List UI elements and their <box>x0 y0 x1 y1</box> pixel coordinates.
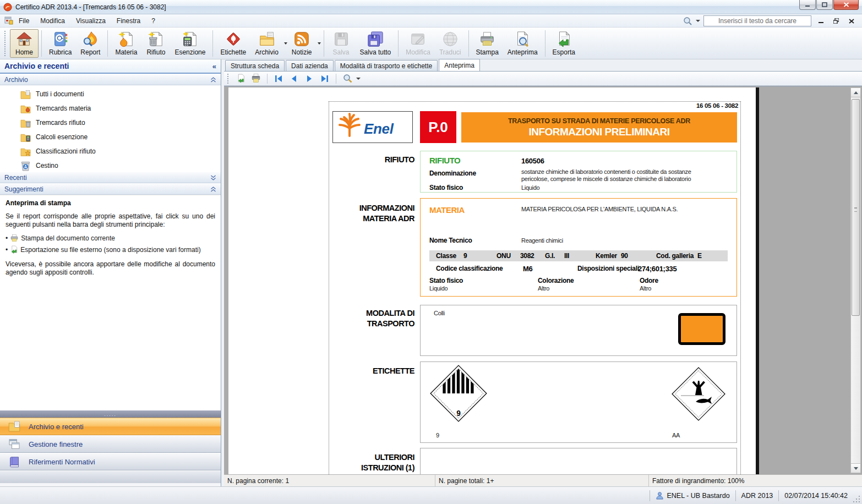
anteprima-button[interactable]: Anteprima <box>503 29 542 58</box>
home-button[interactable]: Home <box>10 29 39 58</box>
first-page-button[interactable] <box>272 73 285 85</box>
preview-toolbar-grip[interactable] <box>227 74 230 84</box>
materia-button[interactable]: Materia <box>111 29 141 58</box>
sidebar-item-tremcards-materia[interactable]: Tremcards materia <box>0 101 221 116</box>
section-recenti[interactable]: Recenti <box>0 172 221 183</box>
menu-file[interactable]: File <box>13 15 35 26</box>
menu-visualizza[interactable]: Visualizza <box>70 15 111 26</box>
sidebar-item-cestino[interactable]: Cestino <box>0 158 221 173</box>
sidebar-item-tremcards-rifiuto[interactable]: Tremcards rifiuto <box>0 116 221 130</box>
galleria-value: E <box>697 252 702 260</box>
tips-title: Anteprima di stampa <box>6 199 215 207</box>
tab-anteprima[interactable]: Anteprima <box>439 59 480 71</box>
notizie-button[interactable]: Notizie <box>287 29 317 58</box>
save-all-icon <box>367 31 384 47</box>
toolbar-grip[interactable] <box>4 31 7 56</box>
tip-export-text: Esportazione su file esterno (sono a dis… <box>20 246 201 254</box>
label-caption-1: 9 <box>436 432 439 439</box>
preview-status-bar: N. pagina corrente: 1 N. pagine totali: … <box>224 474 862 486</box>
main-toolbar: Home Rubrica Report Materia Rifiuto Esen… <box>0 28 862 59</box>
section-archivio[interactable]: Archivio <box>0 74 221 85</box>
chevron-double-up-icon[interactable] <box>210 77 216 83</box>
search-icon[interactable] <box>683 17 692 25</box>
print-icon <box>479 31 495 47</box>
rubrica-button[interactable]: Rubrica <box>45 29 76 58</box>
preview-toolbar-separator <box>267 74 268 84</box>
folder-star-icon <box>20 146 31 157</box>
scroll-up-button[interactable] <box>851 88 860 97</box>
maximize-button[interactable] <box>816 0 833 10</box>
nav-gestione-finestre[interactable]: Gestione finestre <box>0 435 221 453</box>
mdi-restore-button[interactable] <box>830 16 842 26</box>
rifiuto-button[interactable]: Rifiuto <box>141 29 170 58</box>
nav-riferimenti-normativi[interactable]: Riferimenti Normativi <box>0 453 221 470</box>
colorazione-value: Altro <box>538 285 549 292</box>
mdi-close-button[interactable] <box>845 16 858 26</box>
nav-archivio-e-recenti[interactable]: Archivio e recenti <box>0 418 221 435</box>
zoom-button[interactable] <box>341 73 354 85</box>
zoom-dropdown-caret[interactable] <box>356 78 361 80</box>
notizie-dropdown-caret[interactable] <box>318 42 321 45</box>
tab-dati-azienda[interactable]: Dati azienda <box>286 60 334 71</box>
sidebar-collapse-icon[interactable]: « <box>212 62 216 70</box>
last-page-button[interactable] <box>318 73 331 85</box>
onu-value: 3082 <box>520 252 534 260</box>
enel-logo-box: Enel <box>332 111 413 143</box>
menu-help[interactable]: ? <box>146 15 161 26</box>
salva-button: Salva <box>327 29 356 58</box>
materia-descrizione: MATERIA PERICOLOSA PER L'AMBIENTE, LIQUI… <box>521 206 678 212</box>
stampa-button[interactable]: Stampa <box>472 29 503 58</box>
colli-label: Colli <box>434 310 445 316</box>
close-button[interactable] <box>833 0 859 10</box>
salva-tutto-button[interactable]: Salva tutto <box>356 29 396 58</box>
resize-grip[interactable] <box>853 495 861 502</box>
search-input[interactable] <box>703 15 811 26</box>
minimize-button[interactable] <box>799 0 816 10</box>
sidebar-item-tutti-i-documenti[interactable]: Tutti i documenti <box>0 87 221 101</box>
preview-print-button[interactable] <box>249 73 263 85</box>
folder-documents-icon <box>8 420 21 433</box>
title-bar: Certifico ADR 2013.4 - [Tremcards 16 05 … <box>0 0 862 14</box>
tab-strip: Struttura scheda Dati azienda Modalità d… <box>224 59 862 72</box>
windows-icon <box>8 437 21 451</box>
tab-modalita-trasporto[interactable]: Modalità di trasporto e etichette <box>335 60 438 71</box>
document-page: 16 05 06 - 3082 <box>228 87 756 474</box>
archivio-button[interactable]: Archivio <box>250 29 283 58</box>
next-page-icon <box>305 75 313 83</box>
etichette-button[interactable]: Etichette <box>216 29 250 58</box>
adr-version-cell: ADR 2013 <box>735 490 779 501</box>
tips-paragraph: Se il report corrisponde alle proprie as… <box>6 212 215 229</box>
orange-plate <box>678 313 725 345</box>
scroll-down-button[interactable] <box>851 463 860 473</box>
next-page-button[interactable] <box>303 73 316 85</box>
chevron-double-down-icon[interactable] <box>210 175 216 180</box>
scrollbar-thumb[interactable] <box>852 99 860 316</box>
sidebar-item-calcoli-esenzione[interactable]: Calcoli esenzione <box>0 130 221 144</box>
preview-icon <box>514 31 531 47</box>
rss-icon <box>293 31 310 47</box>
sidebar-splitter[interactable]: ..... <box>0 410 221 418</box>
menu-modifica[interactable]: Modifica <box>35 15 70 26</box>
ulteriori-box <box>420 448 737 474</box>
chevron-double-up-icon[interactable] <box>210 187 216 192</box>
zoom-magnifier-icon <box>343 74 352 83</box>
esenzione-button[interactable]: Esenzione <box>170 29 210 58</box>
preview-export-button[interactable] <box>234 73 247 85</box>
section-suggerimenti[interactable]: Suggerimenti <box>0 183 221 195</box>
stato-fisico-label: Stato fisico <box>429 184 463 191</box>
menu-finestra[interactable]: Finestra <box>111 15 146 26</box>
search-options-caret[interactable] <box>696 20 700 22</box>
report-button[interactable]: Report <box>76 29 105 58</box>
toolbar-separator <box>212 30 213 57</box>
vertical-scrollbar[interactable] <box>850 87 861 473</box>
toolbar-separator <box>107 30 108 57</box>
esporta-button[interactable]: Esporta <box>548 29 580 58</box>
sidebar-item-classificazioni-rifiuto[interactable]: Classificazioni rifiuto <box>0 144 221 158</box>
user-status-cell: ENEL - UB Bastardo <box>650 490 735 501</box>
disposizioni-value: 274;601;335 <box>638 265 676 273</box>
toolbar-separator <box>398 30 399 57</box>
tab-struttura-scheda[interactable]: Struttura scheda <box>225 60 285 71</box>
mdi-minimize-button[interactable] <box>815 16 827 26</box>
preview-toolbar-separator <box>336 74 336 84</box>
previous-page-button[interactable] <box>287 73 301 85</box>
